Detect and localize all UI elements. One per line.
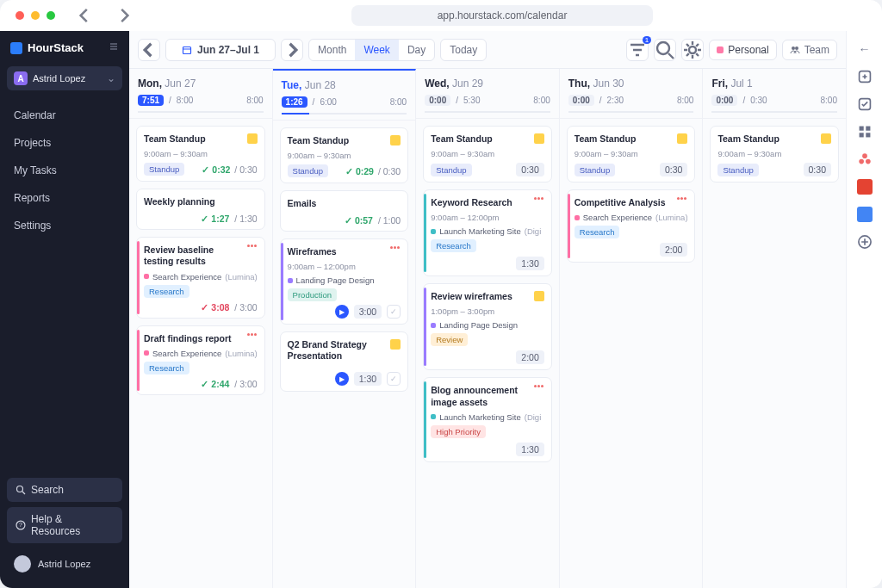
card-time: 1:00pm – 3:00pm [431,306,544,316]
filter-team[interactable]: Team [782,40,837,60]
gcal-icon [677,133,687,144]
asana-icon [247,244,258,255]
asana-icon [247,333,258,344]
prev-week-button[interactable] [138,39,160,61]
sidebar-item-calendar[interactable]: Calendar [5,102,124,128]
today-button[interactable]: Today [440,39,487,61]
view-week[interactable]: Week [355,40,398,60]
asana-integration-icon[interactable] [857,152,873,167]
proj-color-icon [431,229,436,234]
card-competitive-analysis[interactable]: Competitive Analysis Search Experience (… [567,189,696,263]
sidebar-item-projects[interactable]: Projects [5,130,124,156]
search-icon [16,485,26,495]
done-time: ✓ 1:27 [201,214,229,224]
workspace-switcher[interactable]: A Astrid Lopez ⌄ [7,66,122,90]
sidebar-collapse-icon[interactable] [109,41,119,54]
card-time: 9:00am – 12:00pm [431,213,544,222]
card-standup[interactable]: Team Standup 9:00am – 9:30am Standup0:30 [423,126,552,183]
proj-name: Launch Marketing Site [439,412,521,422]
traffic-light-min[interactable] [31,11,40,20]
card-weekly-planning[interactable]: Weekly planning ✓ 1:27/ 1:30 [136,189,265,230]
col-fri: Fri, Jul 1 0:00 / 0:308:00 Team Standup … [703,69,846,588]
card-standup[interactable]: Team Standup 9:00am – 9:30am Standup0:30 [567,126,696,183]
card-time: 9:00am – 9:30am [575,149,688,158]
forward-icon[interactable] [115,8,131,23]
gcal-integration-icon[interactable] [857,207,873,222]
card-review-baseline[interactable]: Review baseline testing results Search E… [136,237,265,318]
card-wireframes[interactable]: Wireframes 9:00am – 12:00pm Landing Page… [280,238,409,325]
day-date: Jun 29 [452,77,483,90]
gcal-icon [534,133,544,144]
play-button[interactable]: ▶ [335,372,349,386]
new-task-icon[interactable] [857,69,873,84]
svg-rect-11 [866,127,870,131]
card-emails[interactable]: Emails ✓ 0:57/ 1:00 [280,190,409,232]
grid-icon[interactable] [857,124,873,139]
chip-standup: Standup [144,163,184,176]
settings-toolbar-button[interactable] [681,39,704,61]
traffic-light-max[interactable] [47,11,55,20]
next-week-button[interactable] [281,39,303,61]
view-month[interactable]: Month [309,40,355,60]
search-button[interactable]: Search [7,478,122,502]
est-time: 0:30 [516,163,543,176]
card-standup[interactable]: Team Standup 9:00am – 9:30am Standup0:30 [710,126,839,183]
card-q2-presentation[interactable]: Q2 Brand Strategy Presentation ▶1:30✓ [280,331,409,392]
sidebar-item-settings[interactable]: Settings [5,213,124,238]
url-bar[interactable]: app.hourstack.com/calendar [351,5,654,26]
asana-icon [534,197,544,207]
card-keyword-research[interactable]: Keyword Research 9:00am – 12:00pm Launch… [423,189,552,276]
search-label: Search [31,484,64,496]
traffic-light-close[interactable] [16,11,24,20]
play-button[interactable]: ▶ [335,305,349,319]
gcal-icon [390,135,401,145]
view-day[interactable]: Day [399,40,434,60]
back-icon[interactable] [78,8,93,23]
chip-standup: Standup [717,164,758,176]
sched-time: 8:00 [177,96,193,105]
logo: HourStack [0,31,129,61]
filter-button[interactable] [626,39,649,61]
search-toolbar-button[interactable] [654,39,676,61]
sched-time: 5:30 [463,96,480,105]
est-time: / 0:30 [234,164,257,175]
help-button[interactable]: ? Help & Resources [7,507,122,543]
logged-time: 0:00 [711,95,737,106]
svg-point-16 [866,159,871,164]
card-review-wireframes[interactable]: Review wireframes 1:00pm – 3:00pm Landin… [423,283,552,370]
sidebar-item-tasks[interactable]: My Tasks [5,158,124,183]
card-title: Competitive Analysis [575,197,674,208]
svg-point-7 [795,46,798,50]
proj-color-icon [431,414,436,419]
complete-checkbox[interactable]: ✓ [387,372,401,386]
card-blog-assets[interactable]: Blog announcement image assets Launch Ma… [423,377,552,461]
est-time: / 3:00 [234,379,257,389]
day-weekday: Fri, [711,77,728,90]
personal-label: Personal [728,44,768,56]
complete-checkbox[interactable]: ✓ [387,305,401,319]
add-integration-icon[interactable] [857,234,873,250]
client-name: (Lumina) [655,213,687,222]
svg-rect-13 [866,133,870,137]
sidebar-item-reports[interactable]: Reports [5,185,124,211]
est-time: 1:30 [354,372,382,386]
card-standup[interactable]: Team Standup 9:00am – 9:30am Standup ✓ 0… [280,127,409,183]
user-menu[interactable]: Astrid Lopez [7,548,122,581]
card-standup[interactable]: Team Standup 9:00am – 9:30am Standup ✓ 0… [136,126,265,182]
date-range-picker[interactable]: Jun 27–Jul 1 [165,39,276,61]
cap-time: 8:00 [821,96,837,105]
todoist-integration-icon[interactable] [857,179,873,195]
filter-personal[interactable]: Personal [709,40,776,60]
card-draft-findings[interactable]: Draft findings report Search Experience … [136,325,265,395]
sched-time: 0:30 [750,96,767,105]
avatar [14,555,31,573]
card-title: Emails [288,198,401,209]
rail-back-icon[interactable]: ← [857,41,873,57]
tasks-icon[interactable] [857,96,873,112]
workspace-name: Astrid Lopez [33,73,85,84]
est-time: 1:30 [516,443,543,456]
svg-rect-3 [183,46,191,53]
gcal-icon [247,133,258,144]
view-segment: Month Week Day [308,39,435,61]
chip-production: Production [288,288,337,301]
